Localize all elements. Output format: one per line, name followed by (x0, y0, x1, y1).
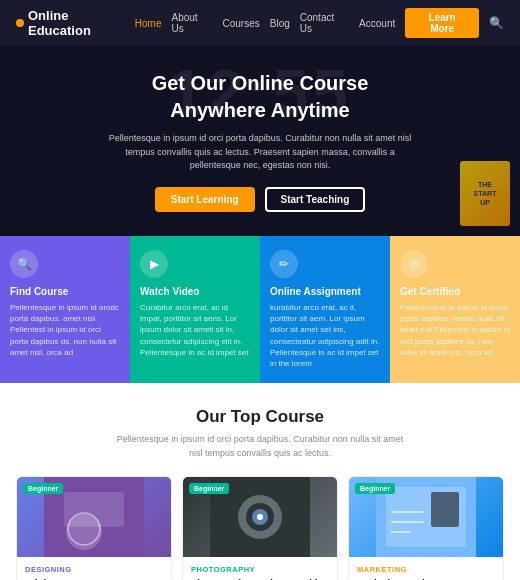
course-badge-2: Beginner (189, 483, 229, 494)
search-icon[interactable]: 🔍 (489, 16, 504, 30)
course-cat-1: DESIGNING (25, 565, 163, 574)
course-grid: Beginner DESIGNING Adobe XD Mega Course … (16, 476, 504, 580)
section-subtitle: Pellentesque in ipsum id orci porta dapi… (110, 433, 410, 460)
top-courses-section: Our Top Course Pellentesque in ipsum id … (0, 383, 520, 580)
start-teaching-button[interactable]: Start Teaching (265, 187, 366, 212)
start-learning-button[interactable]: Start Learning (155, 187, 255, 212)
course-card-2[interactable]: Beginner PHOTOGRAPHY Photography Beginne… (182, 476, 338, 580)
course-thumb-2: Beginner (183, 477, 337, 557)
logo-dot (16, 19, 24, 27)
svg-point-8 (257, 514, 263, 520)
nav-courses[interactable]: Courses (223, 18, 260, 29)
features-section: 🔍 Find Course Pellentesque in ipsum id o… (0, 236, 520, 383)
hero-headline-line2: Anywhere Anytime (170, 99, 349, 121)
nav-account[interactable]: Account (359, 18, 395, 29)
hero-book-text: THESTARTUP (474, 180, 497, 207)
svg-rect-11 (431, 492, 459, 527)
course-badge-3: Beginner (355, 483, 395, 494)
certified-icon: ◎ (400, 250, 428, 278)
watch-video-desc: Curabitur arcu erat, ac id impat, portti… (140, 302, 250, 358)
section-title: Our Top Course (16, 407, 504, 427)
course-badge-1: Beginner (23, 483, 63, 494)
course-thumb-3: Beginner (349, 477, 503, 557)
watch-video-title: Watch Video (140, 286, 250, 297)
hero-buttons: Start Learning Start Teaching (155, 187, 366, 212)
feature-find-course: 🔍 Find Course Pellentesque in ipsum id o… (0, 236, 130, 383)
nav-home[interactable]: Home (135, 18, 162, 29)
nav-cta-button[interactable]: Learn More (405, 8, 479, 38)
hero-headline: Get Our Online Course Anywhere Anytime (152, 70, 369, 124)
svg-rect-2 (64, 492, 124, 527)
course-body-3: MARKETING Marketing Basics 🇺🇸 ThemeGrill… (349, 557, 503, 580)
nav-contact[interactable]: Contact Us (300, 12, 349, 34)
nav-about[interactable]: About Us (171, 12, 212, 34)
assignment-title: Online Assignment (270, 286, 380, 297)
find-course-title: Find Course (10, 286, 120, 297)
nav-links: Home About Us Courses Blog Contact Us Ac… (135, 8, 504, 38)
course-card-3[interactable]: Beginner MARKETING Marketing Basics 🇺🇸 T… (348, 476, 504, 580)
course-cat-2: PHOTOGRAPHY (191, 565, 329, 574)
certified-title: Get Certified (400, 286, 510, 297)
course-body-2: PHOTOGRAPHY Photography Beginner Guide 🇺… (183, 557, 337, 580)
feature-certified: ◎ Get Certified Pellentesque in ipsum id… (390, 236, 520, 383)
certified-desc: Pellentesque in ipsum id orodc porta dap… (400, 302, 510, 358)
hero-description: Pellentesque in ipsum id orci porta dapi… (100, 132, 420, 173)
nav-blog[interactable]: Blog (270, 18, 290, 29)
course-body-1: DESIGNING Adobe XD Mega Course 🇺🇸 ThemeG… (17, 557, 171, 580)
find-course-icon: 🔍 (10, 250, 38, 278)
navbar: Online Education Home About Us Courses B… (0, 0, 520, 46)
assignment-icon: ✏ (270, 250, 298, 278)
brand-name: Online Education (28, 8, 135, 38)
feature-watch-video: ▶ Watch Video Curabitur arcu erat, ac id… (130, 236, 260, 383)
watch-video-icon: ▶ (140, 250, 168, 278)
course-cat-3: MARKETING (357, 565, 495, 574)
hero-headline-line1: Get Our Online Course (152, 72, 369, 94)
find-course-desc: Pellentesque in ipsum id orodc porta dap… (10, 302, 120, 358)
hero-book-decoration: THESTARTUP (460, 161, 510, 226)
assignment-desc: kurabitur arcu erat, ac it, porttitor si… (270, 302, 380, 369)
course-card-1[interactable]: Beginner DESIGNING Adobe XD Mega Course … (16, 476, 172, 580)
feature-assignment: ✏ Online Assignment kurabitur arcu erat,… (260, 236, 390, 383)
hero-section: 12:55 THESTARTUP Get Our Online Course A… (0, 46, 520, 236)
logo[interactable]: Online Education (16, 8, 135, 38)
course-thumb-1: Beginner (17, 477, 171, 557)
